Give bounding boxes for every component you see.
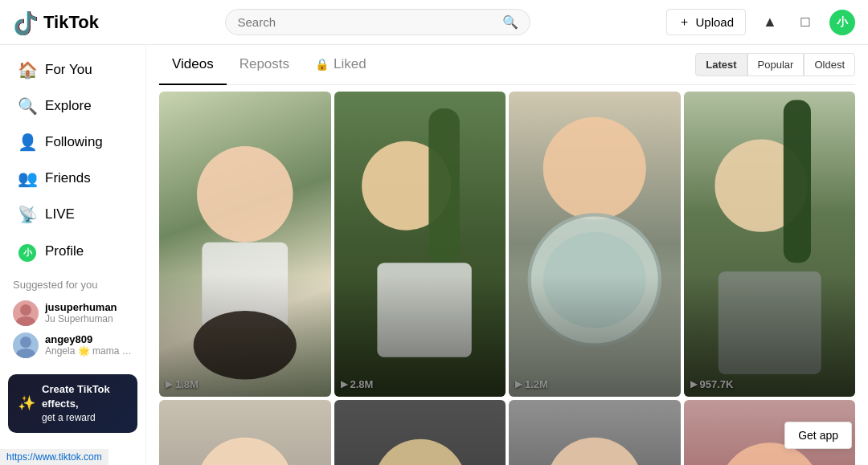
sidebar-item-label: Explore — [45, 98, 92, 114]
video-thumb-6[interactable] — [334, 400, 506, 465]
user-name: jusuperhuman — [45, 301, 117, 313]
effects-banner[interactable]: ✨ Create TikTok effects, get a reward — [8, 374, 137, 433]
profile-icon: 小 — [18, 241, 37, 262]
svg-point-3 — [16, 349, 35, 358]
suggested-title: Suggested for you — [13, 279, 133, 291]
get-app-button[interactable]: Get app — [784, 422, 852, 449]
inbox-icon[interactable]: ▲ — [759, 11, 781, 34]
sidebar-item-profile[interactable]: 小 Profile — [5, 233, 141, 270]
sidebar-item-label: Friends — [45, 170, 91, 186]
play-icon: ▶ — [341, 379, 347, 390]
tab-videos[interactable]: Videos — [159, 45, 227, 85]
sidebar-item-friends[interactable]: 👥 Friends — [5, 161, 141, 196]
svg-point-6 — [194, 311, 297, 379]
view-count: 1.2M — [525, 378, 548, 390]
upload-button[interactable]: ＋ Upload — [666, 9, 746, 35]
sidebar-item-label: Profile — [45, 243, 84, 259]
svg-point-16 — [197, 437, 293, 465]
tab-reposts[interactable]: Reposts — [227, 45, 302, 85]
video-thumb-2[interactable]: ▶ 2.8M — [334, 92, 506, 397]
search-input[interactable] — [237, 15, 502, 29]
view-count: 1.8M — [175, 378, 199, 390]
play-icon: ▶ — [515, 379, 522, 390]
avatar-jusuperhuman — [13, 300, 39, 326]
video-views-3: ▶ 1.2M — [515, 378, 548, 390]
friends-icon: 👥 — [18, 169, 37, 188]
tiktok-logo-icon — [13, 10, 39, 35]
svg-rect-14 — [783, 100, 810, 263]
video-thumb-7[interactable] — [509, 400, 681, 465]
header: TikTok 🔍 ＋ Upload ▲ □ 小 — [0, 0, 868, 45]
main-layout: 🏠 For You 🔍 Explore 👤 Following 👥 Friend… — [0, 45, 868, 465]
following-icon: 👤 — [18, 133, 37, 152]
lock-icon: 🔒 — [315, 58, 329, 71]
search-icon: 🔍 — [502, 14, 518, 30]
suggested-user-jusuperhuman[interactable]: jusuperhuman Ju Superhuman — [13, 297, 133, 329]
svg-point-1 — [16, 316, 35, 326]
suggested-section: Suggested for you jusuperhuman Ju Superh… — [0, 271, 145, 365]
avatar-angey809 — [13, 332, 39, 358]
video-grid: ▶ 1.8M ▶ 2.8M — [159, 85, 855, 465]
tab-liked[interactable]: 🔒 Liked — [302, 45, 379, 85]
header-actions: ＋ Upload ▲ □ 小 — [666, 9, 855, 35]
plus-icon: ＋ — [678, 14, 690, 30]
sidebar-item-label: LIVE — [45, 206, 75, 222]
tabs-row: Videos Reposts 🔒 Liked Latest Popular Ol… — [159, 45, 855, 85]
effects-icon: ✨ — [18, 394, 35, 412]
sidebar-item-live[interactable]: 📡 LIVE — [5, 197, 141, 232]
live-icon: 📡 — [18, 205, 37, 224]
user-handle: Ju Superhuman — [45, 313, 117, 324]
sidebar-item-explore[interactable]: 🔍 Explore — [5, 88, 141, 124]
messages-icon[interactable]: □ — [794, 11, 817, 34]
sort-latest-button[interactable]: Latest — [695, 53, 747, 76]
user-handle: Angela 🌟 mama 💚 lifesty... — [45, 345, 133, 357]
effects-title: Create TikTok effects, — [42, 382, 128, 411]
home-icon: 🏠 — [18, 60, 37, 80]
effects-text: Create TikTok effects, get a reward — [42, 382, 128, 425]
svg-point-10 — [543, 117, 646, 220]
avatar[interactable]: 小 — [829, 10, 855, 35]
video-views-1: ▶ 1.8M — [166, 378, 199, 390]
user-name: angey809 — [45, 333, 133, 345]
svg-point-12 — [543, 232, 646, 328]
main-nav: 🏠 For You 🔍 Explore 👤 Following 👥 Friend… — [0, 51, 145, 271]
view-count: 957.7K — [700, 378, 734, 390]
video-thumb-3[interactable]: ▶ 1.2M — [509, 92, 681, 397]
logo-area: TikTok — [13, 10, 158, 35]
sort-popular-button[interactable]: Popular — [747, 53, 805, 76]
tab-videos-label: Videos — [172, 56, 214, 72]
video-thumb-5[interactable] — [159, 400, 331, 465]
svg-point-18 — [374, 438, 466, 465]
svg-point-2 — [20, 337, 31, 348]
play-icon: ▶ — [690, 379, 697, 390]
suggested-user-angey809[interactable]: angey809 Angela 🌟 mama 💚 lifesty... — [13, 329, 133, 361]
search-bar[interactable]: 🔍 — [225, 9, 530, 35]
tab-liked-label: Liked — [334, 56, 366, 72]
sidebar: 🏠 For You 🔍 Explore 👤 Following 👥 Friend… — [0, 45, 146, 465]
effects-subtitle: get a reward — [42, 412, 96, 423]
status-bar: https://www.tiktok.com — [0, 449, 108, 465]
play-icon: ▶ — [166, 379, 172, 390]
view-count: 2.8M — [350, 378, 374, 390]
svg-rect-9 — [377, 263, 471, 357]
video-thumb-4[interactable]: ▶ 957.7K — [684, 92, 856, 397]
sort-buttons: Latest Popular Oldest — [695, 53, 855, 76]
svg-point-4 — [197, 146, 293, 243]
logo-text: TikTok — [43, 12, 99, 33]
svg-rect-8 — [428, 108, 459, 263]
video-thumb-1[interactable]: ▶ 1.8M — [159, 92, 331, 397]
video-views-2: ▶ 2.8M — [341, 378, 374, 390]
tab-reposts-label: Reposts — [240, 56, 289, 72]
sidebar-item-label: For You — [45, 62, 92, 78]
svg-point-21 — [547, 437, 643, 465]
svg-point-0 — [20, 304, 31, 316]
svg-rect-15 — [718, 271, 821, 374]
explore-icon: 🔍 — [18, 96, 37, 116]
video-views-4: ▶ 957.7K — [690, 378, 734, 390]
upload-label: Upload — [695, 15, 734, 29]
content-area: Videos Reposts 🔒 Liked Latest Popular Ol… — [146, 45, 868, 465]
sort-oldest-button[interactable]: Oldest — [804, 53, 855, 76]
sidebar-item-for-you[interactable]: 🏠 For You — [5, 52, 141, 88]
sidebar-item-following[interactable]: 👤 Following — [5, 124, 141, 160]
sidebar-item-label: Following — [45, 134, 103, 150]
